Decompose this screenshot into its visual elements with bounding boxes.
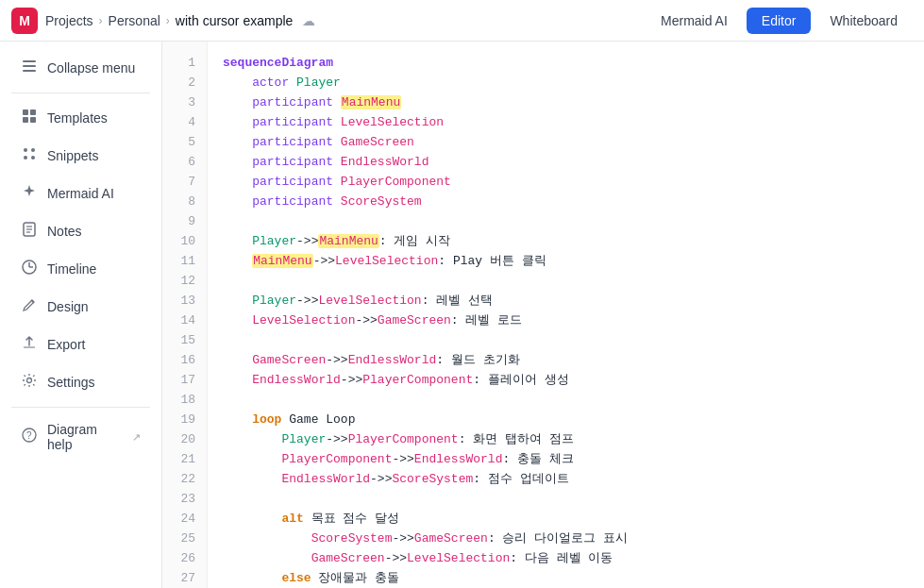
tab-mermaid-ai[interactable]: Mermaid AI [646,8,743,34]
code-line: sequenceDiagram [223,53,909,73]
code-line: ScoreSystem->>GameScreen: 승리 다이얼로그 표시 [223,529,909,548]
code-line [223,211,909,231]
sidebar-item-settings-label: Settings [47,375,95,390]
sidebar-divider1 [11,92,150,93]
sidebar-item-snippets-label: Snippets [47,148,98,163]
svg-rect-1 [23,65,36,67]
svg-rect-2 [23,70,36,72]
svg-rect-5 [23,117,28,123]
line-number: 10 [162,231,207,251]
code-line [223,330,909,350]
tab-editor[interactable]: Editor [747,8,812,34]
sidebar-item-design[interactable]: Design [6,288,156,326]
line-number: 23 [162,489,207,509]
line-number: 2 [162,73,207,92]
sidebar-item-collapse-label: Collapse menu [47,60,135,76]
code-line: loop Game Loop [223,410,909,429]
svg-rect-6 [30,117,36,123]
sidebar-divider2 [11,407,150,408]
code-content[interactable]: sequenceDiagram actor Player participant… [208,42,924,588]
sidebar-item-collapse-menu[interactable]: Collapse menu [6,49,156,87]
svg-rect-4 [30,109,36,115]
line-number: 25 [162,529,207,548]
code-line: Player->>MainMenu: 게임 시작 [223,231,909,251]
line-number: 27 [162,568,207,588]
line-number: 12 [162,271,207,291]
line-number: 22 [162,469,207,489]
code-line: participant MainMenu [223,92,909,112]
code-line: MainMenu->>LevelSelection: Play 버튼 클릭 [223,251,909,271]
svg-point-8 [31,148,35,152]
line-number: 8 [162,192,207,211]
code-line: alt 목표 점수 달성 [223,509,909,529]
line-number: 13 [162,291,207,311]
sidebar-item-design-label: Design [47,299,89,314]
sidebar-item-mermaid-ai-label: Mermaid AI [47,186,114,201]
breadcrumb-projects[interactable]: Projects [45,13,93,28]
line-numbers: 1234567891011121314151617181920212223242… [162,42,208,588]
code-line: participant LevelSelection [223,112,909,132]
svg-rect-0 [23,60,36,62]
topbar-tabs: Mermaid AI Editor Whiteboard [646,8,913,34]
sidebar-item-diagram-help-label: Diagram help [47,422,123,452]
diagram-help-icon: ? [21,427,38,447]
svg-point-7 [24,148,27,152]
line-number: 11 [162,251,207,271]
svg-point-9 [24,156,27,160]
code-line: Player->>LevelSelection: 레벨 선택 [223,291,909,311]
code-line: EndlessWorld->>ScoreSystem: 점수 업데이트 [223,469,909,489]
code-line: GameScreen->>EndlessWorld: 월드 초기화 [223,350,909,370]
mermaid-ai-icon [21,183,38,204]
sidebar-item-settings[interactable]: Settings [6,363,156,401]
line-number: 19 [162,410,207,429]
line-number: 14 [162,311,207,330]
sidebar-item-export[interactable]: Export [6,326,156,363]
main-layout: Collapse menu Templates Snippets Mermaid… [0,42,924,588]
sidebar-item-templates[interactable]: Templates [6,99,156,137]
external-link-icon: ↗ [132,431,141,444]
code-line [223,390,909,410]
line-number: 20 [162,429,207,449]
export-icon [21,334,38,355]
svg-point-10 [31,156,35,160]
sidebar-item-mermaid-ai[interactable]: Mermaid AI [6,175,156,212]
collapse-menu-icon [21,58,38,78]
sidebar-item-notes[interactable]: Notes [6,212,156,250]
sidebar-item-templates-label: Templates [47,110,108,126]
line-number: 1 [162,53,207,73]
breadcrumb: Projects › Personal › with cursor exampl… [45,13,315,28]
code-line: participant GameScreen [223,132,909,152]
breadcrumb-sep1: › [99,14,103,27]
line-number: 6 [162,152,207,172]
line-number: 26 [162,548,207,568]
code-line [223,489,909,509]
sidebar-item-timeline[interactable]: Timeline [6,250,156,288]
code-line [223,271,909,291]
code-line: actor Player [223,73,909,92]
sidebar-item-diagram-help[interactable]: ? Diagram help ↗ [6,413,156,461]
svg-text:?: ? [26,430,32,441]
line-number: 9 [162,211,207,231]
sidebar-item-export-label: Export [47,337,85,352]
code-line: Player->>PlayerComponent: 화면 탭하여 점프 [223,429,909,449]
svg-point-19 [27,378,32,383]
breadcrumb-current[interactable]: with cursor example [176,13,294,28]
line-number: 21 [162,449,207,469]
line-number: 7 [162,172,207,192]
sidebar-item-timeline-label: Timeline [47,261,96,277]
cloud-icon: ☁ [302,13,315,28]
code-line: PlayerComponent->>EndlessWorld: 충돌 체크 [223,449,909,469]
code-line: LevelSelection->>GameScreen: 레벨 로드 [223,311,909,330]
snippets-icon [21,145,38,166]
settings-icon [21,372,38,393]
code-line: participant ScoreSystem [223,192,909,211]
sidebar: Collapse menu Templates Snippets Mermaid… [0,42,162,588]
templates-icon [21,108,38,128]
breadcrumb-personal[interactable]: Personal [109,13,160,28]
editor-area[interactable]: 1234567891011121314151617181920212223242… [162,42,924,588]
line-number: 3 [162,92,207,112]
tab-whiteboard[interactable]: Whiteboard [815,8,913,34]
sidebar-item-snippets[interactable]: Snippets [6,137,156,175]
logo[interactable]: M [11,8,38,34]
line-number: 15 [162,330,207,350]
